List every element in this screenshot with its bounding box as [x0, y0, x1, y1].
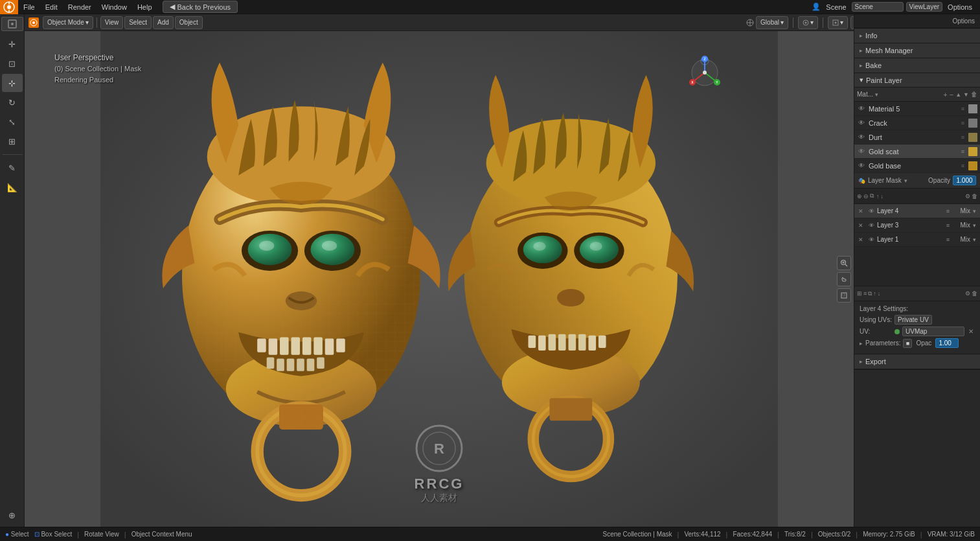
sublayer1-eye-icon[interactable]: 👁 [869, 236, 874, 243]
sublayer-up-btn[interactable]: ↑ [876, 193, 880, 200]
view-menu[interactable]: View [100, 16, 124, 29]
paint-layer-remove-icon[interactable]: − [950, 91, 953, 98]
zoom-to-cursor-btn[interactable] [837, 256, 851, 270]
layer-btn-4[interactable]: ↑ [873, 290, 876, 297]
add-tool[interactable]: ⊕ [2, 506, 23, 524]
back-to-previous-button[interactable]: ◀ Back to Previous [163, 1, 238, 13]
layer-btn-2[interactable]: ≡ [863, 290, 867, 297]
scale-tool[interactable]: ⤡ [2, 113, 23, 131]
snap-toggle[interactable]: ▾ [828, 16, 848, 29]
paint-layer-up-icon[interactable]: ▲ [955, 91, 961, 98]
add-menu[interactable]: Add [153, 16, 174, 29]
layer-btn-delete[interactable]: 🗑 [972, 290, 977, 297]
sublayer1-vis-icon[interactable]: ✕ [858, 236, 866, 243]
sublayer4-eye-icon[interactable]: 👁 [869, 208, 874, 214]
layer-menu-icon-gold-scat[interactable]: ≡ [961, 148, 964, 155]
annotate-tool[interactable]: ✎ [2, 159, 23, 177]
viewport-gizmo[interactable]: Z X Y [685, 54, 724, 93]
svg-rect-58 [279, 404, 323, 430]
scene-field[interactable]: Scene [852, 2, 904, 12]
parameters-row: ▸ Parameters: ■ Opac 1.00 [860, 338, 975, 348]
paint-layer-add-icon[interactable]: + [943, 91, 947, 98]
layer-btn-settings[interactable]: ⚙ [965, 290, 970, 297]
opacity-label: Opacity [928, 177, 950, 184]
layer-mask-icon[interactable]: 🎭 [858, 178, 865, 184]
parameters-label: Parameters: [865, 340, 900, 347]
rotate-tool[interactable]: ↻ [2, 93, 23, 111]
sublayer3-blend-arrow[interactable]: ▾ [973, 222, 976, 229]
sublayer1-blend-arrow[interactable]: ▾ [973, 236, 976, 243]
svg-rect-42 [269, 338, 278, 354]
layer-gold-base[interactable]: 👁 Gold base ≡ [854, 159, 980, 173]
sublayer-add-btn[interactable]: ⊕ [857, 193, 862, 200]
mesh-manager-label: Mesh Manager [865, 47, 913, 54]
transform-tool[interactable]: ⊞ [2, 132, 23, 150]
uv-close-icon[interactable]: ✕ [967, 328, 975, 335]
sublayer-down-btn[interactable]: ↓ [881, 193, 884, 200]
menu-window[interactable]: Window [97, 0, 132, 14]
mode-icon[interactable] [1, 17, 23, 31]
sublayer-delete-btn[interactable]: 🗑 [972, 193, 977, 200]
layer-gold-scat[interactable]: 👁 Gold scat ≡ [854, 144, 980, 159]
move-tool[interactable]: ⊹ [2, 74, 23, 92]
sublayer-layer1[interactable]: ✕ 👁 Layer 1 ≡ Mix ▾ [854, 233, 980, 247]
global-dropdown[interactable]: Global ▾ [756, 16, 788, 29]
measure-tool[interactable]: 📐 [2, 178, 23, 196]
info-header[interactable]: ▸ Info [854, 29, 980, 43]
uv-row: UV: UVMap ✕ [860, 327, 975, 336]
sublayer4-blend-arrow[interactable]: ▾ [973, 208, 976, 214]
opac-checkbox[interactable]: ■ [903, 339, 912, 348]
select-menu[interactable]: Select [124, 16, 152, 29]
opac-value[interactable]: 1.00 [935, 338, 959, 348]
fly-mode-btn[interactable] [837, 272, 851, 286]
layer-mask-dropdown-icon[interactable]: ▾ [904, 178, 907, 184]
layer-durt[interactable]: 👁 Durt ≡ [854, 130, 980, 144]
layer-menu-icon-crack[interactable]: ≡ [961, 120, 964, 126]
svg-rect-44 [291, 338, 300, 355]
export-header[interactable]: ▸ Export [854, 354, 980, 369]
toolbar-separator-2 [793, 17, 793, 28]
layer-crack[interactable]: 👁 Crack ≡ [854, 116, 980, 130]
sublayer3-eye-icon[interactable]: 👁 [869, 222, 874, 229]
bake-header[interactable]: ▸ Bake [854, 58, 980, 73]
sublayer-toolbar: ⊕ ⊖ ⧉ ↑ ↓ ⚙ 🗑 [854, 189, 980, 204]
sublayer-copy-btn[interactable]: ⧉ [870, 192, 874, 200]
sublayer-layer4[interactable]: ✕ 👁 Layer 4 ≡ Mix ▾ [854, 204, 980, 218]
cursor-tool[interactable]: ✛ [2, 35, 23, 53]
3d-viewport[interactable]: User Perspective (0) Scene Collection | … [25, 31, 854, 527]
private-uv-btn[interactable]: Private UV [895, 315, 932, 325]
sublayer-settings-btn[interactable]: ⚙ [965, 193, 970, 200]
sublayer3-vis-icon[interactable]: ✕ [858, 222, 866, 229]
menu-edit[interactable]: Edit [40, 0, 63, 14]
layer-material5[interactable]: 👁 Material 5 ≡ [854, 102, 980, 116]
menu-help[interactable]: Help [132, 0, 157, 14]
parameters-arrow-icon[interactable]: ▸ [860, 340, 863, 347]
layer-menu-icon-durt[interactable]: ≡ [961, 134, 964, 141]
eye-icon-crack: 👁 [857, 119, 866, 128]
render-region-btn[interactable] [837, 288, 851, 303]
paint-layer-down-icon[interactable]: ▼ [963, 91, 969, 98]
layer-menu-icon-material5[interactable]: ≡ [961, 106, 964, 112]
paint-layer-delete-icon[interactable]: 🗑 [971, 91, 977, 98]
context-hint: Object Context Menu [131, 531, 192, 538]
opacity-value[interactable]: 1.000 [953, 176, 976, 185]
layer-btn-3[interactable]: ⧉ [868, 290, 872, 297]
menu-render[interactable]: Render [63, 0, 97, 14]
uvmap-value[interactable]: UVMap [902, 327, 964, 336]
pivot-dropdown[interactable]: ▾ [798, 16, 818, 29]
options-button[interactable]: Options [953, 17, 975, 25]
layer-menu-icon-gold-base[interactable]: ≡ [961, 163, 964, 169]
sublayer4-vis-icon[interactable]: ✕ [858, 208, 866, 214]
mesh-manager-header[interactable]: ▸ Mesh Manager [854, 43, 980, 58]
layer-btn-5[interactable]: ↓ [878, 290, 881, 297]
menu-file[interactable]: File [18, 0, 40, 14]
viewlayer-field[interactable]: ViewLayer [906, 2, 943, 12]
object-mode-dropdown[interactable]: Object Mode ▾ [43, 16, 93, 29]
select-box-tool[interactable]: ⊡ [2, 54, 23, 73]
material-label: Mat... [857, 91, 873, 98]
object-menu[interactable]: Object [175, 16, 203, 29]
layer-btn-1[interactable]: ⊞ [857, 290, 862, 297]
sublayer-remove-btn[interactable]: ⊖ [863, 193, 869, 200]
sublayer-layer3[interactable]: ✕ 👁 Layer 3 ≡ Mix ▾ [854, 218, 980, 233]
material-dropdown-icon[interactable]: ▾ [875, 91, 878, 98]
